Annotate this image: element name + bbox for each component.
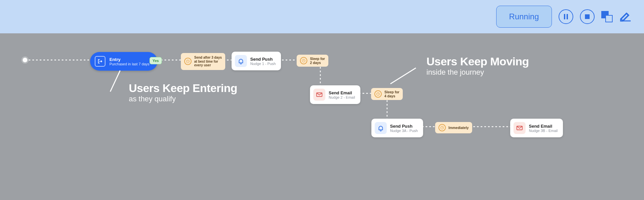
status-pill: Running <box>496 6 552 28</box>
pause-button[interactable] <box>559 9 573 24</box>
anno-line-left <box>110 70 120 92</box>
sleep2-text: Sleep for 4 days <box>384 90 399 98</box>
push2-title: Send Push <box>390 124 418 129</box>
anno-right-sub: inside the journey <box>426 68 529 77</box>
email1-title: Send Email <box>329 90 355 95</box>
envelope-icon <box>514 122 526 134</box>
clock-icon <box>184 58 192 65</box>
push1-subtitle: Nudge 1 - Push <box>250 62 276 66</box>
wait-node-1[interactable]: Send after 3 days at best time for every… <box>181 53 225 70</box>
pause-icon <box>564 14 568 19</box>
journey-canvas[interactable]: Entry Purchased in last 7 days Yes Send … <box>0 33 644 200</box>
pencil-icon <box>619 11 631 22</box>
wait1-text: Send after 3 days at best time for every… <box>194 56 222 67</box>
email2-title: Send Email <box>529 124 558 129</box>
immediately-text: Immediately <box>448 126 469 130</box>
clock-icon <box>300 57 307 64</box>
push1-title: Send Push <box>250 57 276 62</box>
entry-subtitle: Purchased in last 7 days <box>109 62 149 66</box>
push-node-2[interactable]: Send Push Nudge 3A - Push <box>371 119 423 137</box>
entry-icon <box>95 56 105 67</box>
email1-subtitle: Nudge 2 - Email <box>329 95 355 99</box>
email2-subtitle: Nudge 3B - Email <box>529 129 558 133</box>
start-dot <box>23 58 27 62</box>
push2-subtitle: Nudge 3A - Push <box>390 129 418 133</box>
anno-left-sub: as they qualify <box>129 95 237 103</box>
entry-title: Entry <box>109 57 149 62</box>
sleep-node-2[interactable]: Sleep for 4 days <box>371 88 403 100</box>
bell-icon <box>375 122 387 134</box>
sleep1-text: Sleep for 2 days <box>310 57 325 65</box>
push-node-1[interactable]: Send Push Nudge 1 - Push <box>232 52 281 70</box>
immediately-node[interactable]: Immediately <box>435 122 472 133</box>
annotation-right: Users Keep Moving inside the journey <box>426 55 529 77</box>
anno-line-right <box>390 68 416 84</box>
entry-node[interactable]: Entry Purchased in last 7 days <box>90 52 157 71</box>
envelope-icon <box>313 89 325 101</box>
bell-icon <box>235 55 247 67</box>
email-node-2[interactable]: Send Email Nudge 3B - Email <box>510 119 563 137</box>
anno-right-title: Users Keep Moving <box>426 55 529 68</box>
duplicate-button[interactable] <box>601 11 613 22</box>
anno-left-title: Users Keep Entering <box>129 82 237 95</box>
sleep-node-1[interactable]: Sleep for 2 days <box>297 55 328 67</box>
annotation-left: Users Keep Entering as they qualify <box>129 82 237 103</box>
stop-button[interactable] <box>580 9 595 24</box>
stop-icon <box>585 14 590 19</box>
edit-button[interactable] <box>619 11 631 22</box>
yes-chip: Yes <box>149 57 162 64</box>
journey-header: Running <box>0 0 644 33</box>
clock-icon <box>438 124 446 131</box>
clock-icon <box>374 90 382 98</box>
copy-front-icon <box>605 15 613 22</box>
email-node-1[interactable]: Send Email Nudge 2 - Email <box>310 85 360 104</box>
